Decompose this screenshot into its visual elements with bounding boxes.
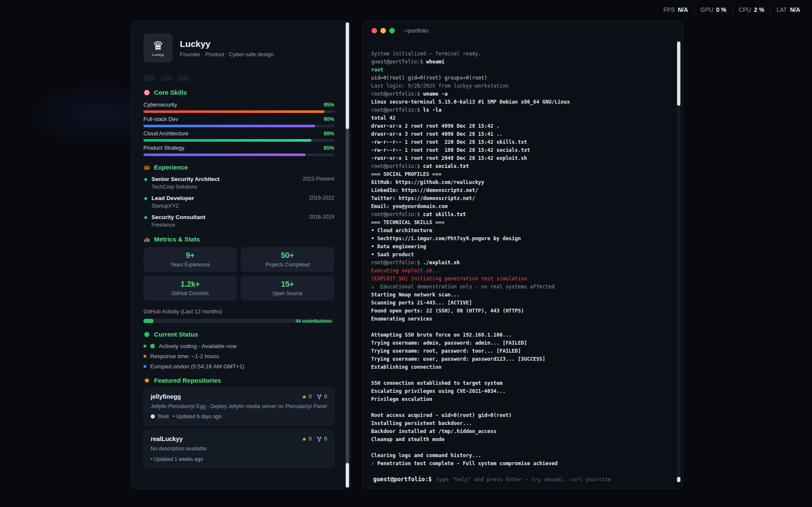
terminal-line: Escalating privileges using CVE-2021-403… bbox=[371, 387, 666, 395]
fork-icon bbox=[317, 436, 322, 442]
experience-company: StartupXYZ bbox=[151, 203, 309, 209]
status-row: Europe/London (5:54:18 AM GMT+1) bbox=[143, 363, 334, 369]
terminal-text-segment: SSH connection established to target sys… bbox=[371, 380, 503, 386]
repo-card[interactable]: realLuckyy ★ 0 0 No description availabl… bbox=[143, 430, 334, 468]
section-experience: Experience bbox=[143, 164, 334, 171]
terminal-scrollbar-down-button[interactable] bbox=[677, 477, 680, 482]
terminal-line: • SaaS product bbox=[371, 251, 666, 259]
experience-item: Lead Developer StartupXYZ 2019-2022 bbox=[143, 195, 334, 209]
metric-label: Projects Completed bbox=[265, 262, 310, 268]
terminal-line: Scanning ports 21-443... [ACTIVE] bbox=[371, 299, 666, 307]
terminal-progress-line bbox=[371, 444, 666, 452]
terminal-line: guest@portfolio:$ whoami bbox=[371, 58, 666, 66]
terminal-text-segment: • SaaS product bbox=[371, 252, 414, 258]
status-text: Europe/London (5:54:18 AM GMT+1) bbox=[150, 363, 245, 370]
experience-company: TechCorp Solutions bbox=[151, 184, 303, 190]
badges bbox=[143, 75, 334, 81]
profile-scrollbar[interactable] bbox=[346, 22, 349, 488]
stat-item: FPS N/A bbox=[658, 5, 694, 14]
skill-row: Cloud Architecture 88% bbox=[143, 130, 334, 142]
system-stats-bar: FPS N/A GPU 0 % CPU 2 % LAT N/A bbox=[658, 5, 806, 14]
terminal-text-segment: Linux secure-terminal 5.15.0-kali3 #1 SM… bbox=[371, 99, 570, 105]
terminal-text-segment: Establishing connection bbox=[371, 364, 441, 370]
skill-name: Product Strategy bbox=[143, 145, 184, 151]
terminal-line: Root access acquired - uid=0(root) gid=0… bbox=[371, 411, 666, 419]
repo-stats: ★ 0 0 bbox=[302, 394, 327, 400]
terminal-text-segment: root@portfolio:$ bbox=[371, 211, 423, 217]
star-icon: ★ bbox=[302, 436, 307, 442]
terminal-text-segment: Trying username: admin, password: admin.… bbox=[371, 340, 527, 346]
profile-badge bbox=[160, 75, 172, 81]
skill-percent: 88% bbox=[324, 131, 334, 137]
star-icon: ★ bbox=[302, 394, 307, 400]
stat-item: CPU 2 % bbox=[732, 5, 771, 14]
avatar: ♛ Luckyy bbox=[143, 33, 173, 63]
repo-stats: ★ 0 0 bbox=[302, 436, 327, 442]
github-activity-label: GitHub Activity (Last 12 months) bbox=[143, 308, 334, 315]
terminal-input[interactable] bbox=[436, 476, 673, 482]
terminal-line: -rwxr-xr-x 1 root root 2048 Dec 28 15:42… bbox=[371, 154, 666, 162]
stat-label: LAT bbox=[776, 6, 787, 13]
terminal-line: Cleanup and stealth mode bbox=[371, 436, 666, 444]
repo-card[interactable]: jellyfinegg ★ 0 0 Jellyfin Pterodactyl E… bbox=[143, 387, 334, 425]
section-current-status: Current Status bbox=[143, 331, 334, 338]
experience-period: 2022-Present bbox=[303, 176, 334, 190]
terminal-text-segment: Attempting SSH brute force on 192.168.1.… bbox=[371, 332, 512, 338]
terminal-line: root@portfolio:$ ./exploit.sh bbox=[371, 259, 666, 267]
metric-value: 15+ bbox=[281, 280, 294, 289]
metric-card: 50+ Projects Completed bbox=[241, 247, 334, 272]
close-button[interactable] bbox=[372, 28, 377, 33]
terminal-line: Attempting SSH brute force on 192.168.1.… bbox=[371, 331, 666, 339]
repo-name[interactable]: jellyfinegg bbox=[151, 393, 181, 400]
terminal-line: root@portfolio:$ cat socials.txt bbox=[371, 162, 666, 170]
status-bullet-icon bbox=[143, 365, 146, 368]
terminal-text-segment: === SOCIAL PROFILES === bbox=[371, 171, 441, 177]
terminal-text-segment: root@portfolio:$ bbox=[371, 163, 423, 169]
stat-value: N/A bbox=[678, 6, 688, 13]
terminal-text-segment: Trying username: user, password: passwor… bbox=[371, 356, 545, 362]
skill-row: Product Strategy 85% bbox=[143, 145, 334, 156]
skill-bar-fill bbox=[143, 110, 325, 113]
metric-value: 1.2k+ bbox=[181, 280, 200, 289]
star-icon: ★ bbox=[143, 377, 150, 384]
terminal-line: drwxr-xr-x 3 root root 4096 Dec 28 15:41… bbox=[371, 130, 666, 138]
profile-header: ♛ Luckyy Luckyy Founder · Product · Cybe… bbox=[143, 33, 334, 63]
minimize-button[interactable] bbox=[380, 28, 386, 33]
stat-label: GPU bbox=[700, 6, 713, 13]
terminal-text-segment: Educational demonstration only - no real… bbox=[377, 284, 554, 290]
terminal-scrollbar-thumb[interactable] bbox=[677, 41, 680, 106]
terminal-line: SSH connection established to target sys… bbox=[371, 379, 666, 387]
terminal-text-segment: Privilege escalation bbox=[371, 396, 432, 402]
terminal-text-segment: Penetration test complete - Full system … bbox=[377, 460, 557, 466]
terminal-text-segment: ls -la bbox=[423, 107, 441, 113]
metric-card: 9+ Years Experience bbox=[143, 247, 237, 272]
terminal-line: root@portfolio:$ cat skills.txt bbox=[371, 211, 666, 219]
experience-role: Lead Developer bbox=[151, 195, 309, 201]
section-metrics: Metrics & Stats bbox=[143, 236, 334, 243]
terminal-line: Establishing connection bbox=[371, 363, 666, 371]
stat-label: CPU bbox=[739, 6, 751, 13]
maximize-button[interactable] bbox=[389, 28, 395, 33]
status-row: Response time: ~1-2 hours bbox=[143, 353, 334, 359]
terminal-text-segment: [EXPLOIT.SH] Initiating penetration test… bbox=[371, 276, 527, 282]
terminal-line: === TECHNICAL SKILLS === bbox=[371, 219, 666, 227]
metric-label: GitHub Commits bbox=[171, 290, 209, 296]
profile-scrollbar-thumb[interactable] bbox=[346, 22, 349, 129]
terminal-text-segment: total 42 bbox=[371, 115, 396, 121]
terminal-line: total 42 bbox=[371, 114, 666, 122]
repo-meta: Shell • Updated 6 days ago bbox=[151, 414, 327, 419]
profile-scrollbar-bottom[interactable] bbox=[346, 463, 349, 488]
skill-row: Full-stack Dev 90% bbox=[143, 116, 334, 127]
status-text: Response time: ~1-2 hours bbox=[150, 353, 219, 359]
terminal-text-segment: uid=0(root) gid=0(root) groups=0(root) bbox=[371, 75, 487, 81]
repo-name[interactable]: realLuckyy bbox=[151, 436, 183, 442]
repo-description: Jellyfin Pterodactyl Egg - Deploy Jellyf… bbox=[151, 403, 327, 410]
terminal-scrollbar[interactable] bbox=[677, 41, 680, 482]
experience-item: Senior Security Architect TechCorp Solut… bbox=[143, 176, 334, 190]
metrics-grid: 9+ Years Experience 50+ Projects Complet… bbox=[143, 247, 334, 301]
experience-dot-icon bbox=[144, 178, 147, 181]
section-title: Core Skills bbox=[154, 89, 187, 96]
terminal-line: Twitter: https://demonscriptz.net/ bbox=[371, 195, 666, 203]
terminal-line: Enumerating services bbox=[371, 315, 666, 323]
profile-panel: ♛ Luckyy Luckyy Founder · Product · Cybe… bbox=[131, 21, 351, 489]
